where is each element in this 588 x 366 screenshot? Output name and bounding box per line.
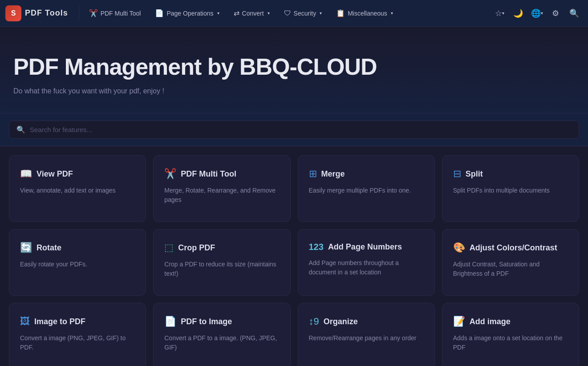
card-desc: Crop a PDF to reduce its size (maintains…	[164, 260, 279, 278]
feature-card-view-pdf[interactable]: 📖 View PDF View, annotate, add text or i…	[9, 155, 146, 222]
card-desc: View, annotate, add text or images	[20, 186, 135, 195]
card-title: PDF to Image	[181, 317, 232, 326]
card-desc: Remove/Rearrange pages in any order	[309, 334, 424, 343]
page-icon: 📄	[155, 9, 164, 17]
card-desc: Split PDFs into multiple documents	[453, 186, 568, 195]
card-header: ⊟ Split	[453, 168, 568, 180]
feature-card-rotate[interactable]: 🔄 Rotate Easily rotate your PDFs.	[9, 229, 146, 296]
brand-icon: S	[5, 5, 21, 21]
settings-button[interactable]: ⚙	[547, 5, 564, 22]
feature-icon: 📖	[20, 168, 32, 180]
card-header: 123 Add Page Numbers	[309, 242, 424, 252]
feature-card-pdf-to-image[interactable]: 📄 PDF to Image Convert a PDF to a image.…	[153, 303, 290, 366]
gear-icon: ⚙	[552, 8, 559, 18]
bookmark-button[interactable]: ☆ ▾	[491, 5, 508, 22]
chevron-down-icon: ▾	[320, 11, 322, 16]
card-title: Crop PDF	[178, 243, 215, 253]
card-desc: Easily rotate your PDFs.	[20, 260, 135, 269]
search-container: 🔍	[0, 113, 588, 146]
chevron-down-icon: ▾	[502, 11, 504, 16]
feature-icon: ⊞	[309, 168, 317, 180]
feature-card-add-image[interactable]: 📝 Add image Adds a image onto a set loca…	[442, 303, 579, 366]
brand: S PDF Tools	[5, 5, 68, 21]
card-title: Rotate	[36, 243, 61, 253]
card-desc: Easily merge multiple PDFs into one.	[309, 186, 424, 195]
feature-card-pdf-multi-tool[interactable]: ✂️ PDF Multi Tool Merge, Rotate, Rearran…	[153, 155, 290, 222]
feature-icon: 📄	[164, 316, 176, 327]
feature-card-crop-pdf[interactable]: ⬚ Crop PDF Crop a PDF to reduce its size…	[153, 229, 290, 296]
feature-icon: 🎨	[453, 242, 465, 253]
card-header: ⬚ Crop PDF	[164, 242, 279, 253]
search-bar[interactable]: 🔍	[9, 121, 579, 139]
card-title: Organize	[324, 317, 358, 326]
convert-icon: ⇄	[234, 9, 239, 17]
card-title: Add Page Numbers	[328, 242, 402, 252]
chevron-down-icon: ▾	[541, 11, 543, 16]
card-desc: Convert a PDF to a image. (PNG, JPEG, GI…	[164, 334, 279, 352]
card-header: 🎨 Adjust Colors/Contrast	[453, 242, 568, 253]
page-subtitle: Do what the fuck you want with your pdf,…	[13, 87, 575, 95]
nav-miscellaneous[interactable]: 📋 Miscellaneous ▾	[330, 5, 399, 21]
shield-icon: 🛡	[284, 9, 291, 17]
card-desc: Add Page numbers throughout a document i…	[309, 258, 424, 277]
card-title: Adjust Colors/Contrast	[470, 243, 557, 253]
nav-convert[interactable]: ⇄ Convert ▾	[227, 5, 276, 21]
card-header: 🖼 Image to PDF	[20, 316, 135, 327]
number-icon: 123	[309, 242, 324, 252]
feature-icon: ✂️	[164, 168, 176, 180]
brand-title: PDF Tools	[25, 8, 68, 18]
hero-section: PDF Management by BBQ-CLOUD Do what the …	[0, 27, 588, 113]
globe-icon: 🌐	[531, 8, 541, 18]
nav-page-operations[interactable]: 📄 Page Operations ▾	[149, 5, 225, 21]
navbar: S PDF Tools ✂️ PDF Multi Tool 📄 Page Ope…	[0, 0, 588, 27]
card-header: 🔄 Rotate	[20, 242, 135, 253]
feature-icon: ↕9	[309, 316, 319, 327]
chevron-down-icon: ▾	[217, 11, 219, 16]
feature-card-split[interactable]: ⊟ Split Split PDFs into multiple documen…	[442, 155, 579, 222]
feature-icon: 📝	[453, 316, 465, 327]
card-title: PDF Multi Tool	[181, 169, 236, 179]
nav-pdf-multi-tool[interactable]: ✂️ PDF Multi Tool	[83, 5, 147, 21]
card-header: 📖 View PDF	[20, 168, 135, 180]
card-header: ✂️ PDF Multi Tool	[164, 168, 279, 180]
feature-card-image-to-pdf[interactable]: 🖼 Image to PDF Convert a image (PNG, JPE…	[9, 303, 146, 366]
card-header: ⊞ Merge	[309, 168, 424, 180]
search-icon: 🔍	[569, 8, 579, 18]
navbar-right: ☆ ▾ 🌙 🌐 ▾ ⚙ 🔍	[491, 5, 583, 22]
card-desc: Adjust Contrast, Saturation and Brightne…	[453, 260, 568, 278]
nav-security[interactable]: 🛡 Security ▾	[278, 6, 328, 21]
card-title: Merge	[321, 169, 345, 179]
moon-icon: 🌙	[513, 8, 523, 18]
search-input[interactable]	[30, 126, 572, 133]
card-desc: Convert a image (PNG, JPEG, GIF) to PDF.	[20, 334, 135, 352]
scissors-icon: ✂️	[89, 9, 98, 17]
feature-card-organize[interactable]: ↕9 Organize Remove/Rearrange pages in an…	[298, 303, 435, 366]
bookmark-icon: ☆	[495, 8, 502, 18]
features-grid: 📖 View PDF View, annotate, add text or i…	[0, 146, 588, 366]
feature-card-adjust-colors/contrast[interactable]: 🎨 Adjust Colors/Contrast Adjust Contrast…	[442, 229, 579, 296]
feature-icon: ⬚	[164, 242, 174, 253]
feature-icon: 🔄	[20, 242, 32, 253]
nav-divider	[79, 5, 79, 21]
theme-button[interactable]: 🌙	[510, 5, 527, 22]
card-title: Split	[466, 169, 483, 179]
card-desc: Merge, Rotate, Rearrange, and Remove pag…	[164, 186, 279, 205]
language-button[interactable]: 🌐 ▾	[528, 5, 545, 22]
search-icon: 🔍	[16, 125, 25, 134]
card-header: 📝 Add image	[453, 316, 568, 327]
card-header: ↕9 Organize	[309, 316, 424, 327]
page-title: PDF Management by BBQ-CLOUD	[13, 53, 575, 80]
feature-card-merge[interactable]: ⊞ Merge Easily merge multiple PDFs into …	[298, 155, 435, 222]
card-title: Add image	[470, 317, 511, 326]
card-title: Image to PDF	[34, 317, 85, 326]
chevron-down-icon: ▾	[268, 11, 270, 16]
chevron-down-icon: ▾	[391, 11, 393, 16]
misc-icon: 📋	[336, 9, 345, 17]
card-header: 📄 PDF to Image	[164, 316, 279, 327]
search-button[interactable]: 🔍	[566, 5, 583, 22]
card-title: View PDF	[36, 169, 73, 179]
feature-icon: ⊟	[453, 168, 461, 180]
feature-icon: 🖼	[20, 316, 30, 327]
feature-card-add-page-numbers[interactable]: 123 Add Page Numbers Add Page numbers th…	[298, 229, 435, 296]
card-desc: Adds a image onto a set location on the …	[453, 334, 568, 352]
